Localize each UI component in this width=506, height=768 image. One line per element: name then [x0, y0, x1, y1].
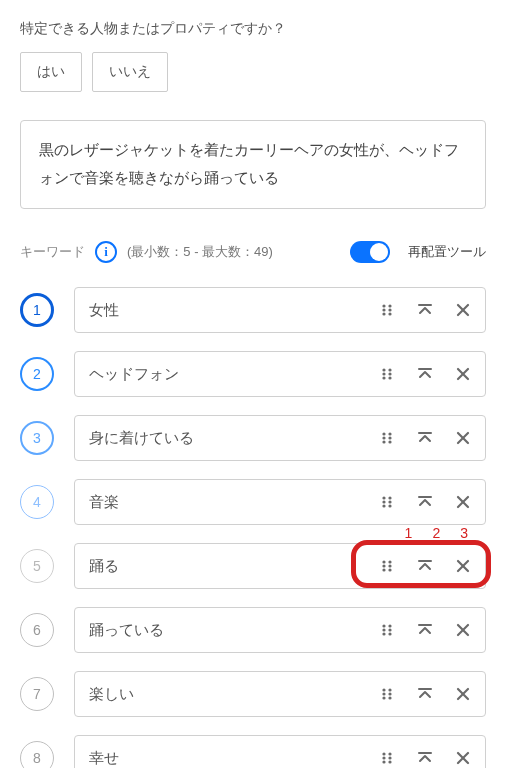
- keyword-input-wrap: [74, 287, 486, 333]
- svg-point-13: [382, 376, 385, 379]
- svg-point-41: [388, 568, 391, 571]
- svg-point-68: [388, 760, 391, 763]
- svg-point-4: [382, 312, 385, 315]
- drag-handle-icon[interactable]: [375, 426, 399, 450]
- drag-handle-icon[interactable]: [375, 618, 399, 642]
- keyword-row: 5 123: [20, 543, 486, 589]
- svg-point-45: [382, 624, 385, 627]
- keyword-row: 6: [20, 607, 486, 653]
- svg-point-5: [388, 312, 391, 315]
- svg-point-31: [382, 504, 385, 507]
- svg-point-27: [382, 496, 385, 499]
- keyword-row: 4: [20, 479, 486, 525]
- svg-point-39: [388, 564, 391, 567]
- svg-point-29: [382, 500, 385, 503]
- move-to-top-icon[interactable]: [413, 490, 437, 514]
- keyword-number-badge: 2: [20, 357, 54, 391]
- svg-point-50: [388, 632, 391, 635]
- keyword-row: 7: [20, 671, 486, 717]
- remove-icon[interactable]: [451, 362, 475, 386]
- svg-point-63: [382, 752, 385, 755]
- keyword-input-wrap: [74, 607, 486, 653]
- keyword-row-icons: [369, 682, 475, 706]
- remove-icon[interactable]: [451, 554, 475, 578]
- svg-point-46: [388, 624, 391, 627]
- svg-point-57: [388, 692, 391, 695]
- svg-point-49: [382, 632, 385, 635]
- reorder-toggle-label: 再配置ツール: [408, 243, 486, 261]
- svg-point-19: [388, 432, 391, 435]
- yes-button[interactable]: はい: [20, 52, 82, 92]
- move-to-top-icon[interactable]: [413, 362, 437, 386]
- remove-icon[interactable]: [451, 618, 475, 642]
- svg-point-47: [382, 628, 385, 631]
- drag-handle-icon[interactable]: [375, 298, 399, 322]
- move-to-top-icon[interactable]: [413, 746, 437, 768]
- drag-handle-icon[interactable]: [375, 362, 399, 386]
- svg-point-2: [382, 308, 385, 311]
- svg-point-18: [382, 432, 385, 435]
- svg-point-40: [382, 568, 385, 571]
- drag-handle-icon[interactable]: [375, 490, 399, 514]
- svg-point-9: [382, 368, 385, 371]
- svg-point-37: [388, 560, 391, 563]
- remove-icon[interactable]: [451, 682, 475, 706]
- no-button[interactable]: いいえ: [92, 52, 168, 92]
- move-to-top-icon[interactable]: [413, 618, 437, 642]
- keyword-input-wrap: [74, 415, 486, 461]
- svg-point-64: [388, 752, 391, 755]
- keyword-row-icons: [369, 746, 475, 768]
- remove-icon[interactable]: [451, 298, 475, 322]
- keyword-input[interactable]: [89, 750, 369, 767]
- annot-3: 3: [460, 525, 468, 541]
- svg-point-3: [388, 308, 391, 311]
- annot-1: 1: [405, 525, 413, 541]
- annot-2: 2: [432, 525, 440, 541]
- keyword-number-badge: 4: [20, 485, 54, 519]
- svg-point-56: [382, 692, 385, 695]
- keyword-input[interactable]: [89, 430, 369, 447]
- move-to-top-icon[interactable]: [413, 298, 437, 322]
- remove-icon[interactable]: [451, 746, 475, 768]
- move-to-top-icon[interactable]: [413, 554, 437, 578]
- keyword-row: 8: [20, 735, 486, 768]
- keyword-row: 1: [20, 287, 486, 333]
- keyword-row: 2: [20, 351, 486, 397]
- keywords-header: キーワード i (最小数：5 - 最大数：49) 再配置ツール: [20, 241, 486, 263]
- keyword-input-wrap: [74, 735, 486, 768]
- drag-handle-icon[interactable]: [375, 554, 399, 578]
- remove-icon[interactable]: [451, 426, 475, 450]
- keyword-input[interactable]: [89, 686, 369, 703]
- keyword-row-icons: [369, 362, 475, 386]
- move-to-top-icon[interactable]: [413, 426, 437, 450]
- svg-point-36: [382, 560, 385, 563]
- reorder-toggle[interactable]: [350, 241, 390, 263]
- remove-icon[interactable]: [451, 490, 475, 514]
- svg-point-58: [382, 696, 385, 699]
- svg-point-55: [388, 688, 391, 691]
- identifiable-question: 特定できる人物またはプロパティですか？: [20, 20, 486, 38]
- keyword-row-icons: [369, 490, 475, 514]
- svg-point-28: [388, 496, 391, 499]
- svg-point-10: [388, 368, 391, 371]
- keyword-row-icons: [369, 298, 475, 322]
- keyword-input[interactable]: [89, 622, 369, 639]
- info-icon[interactable]: i: [95, 241, 117, 263]
- keyword-input[interactable]: [89, 302, 369, 319]
- svg-point-12: [388, 372, 391, 375]
- keyword-input[interactable]: [89, 366, 369, 383]
- svg-point-48: [388, 628, 391, 631]
- keyword-input[interactable]: [89, 494, 369, 511]
- keyword-input[interactable]: [89, 558, 369, 575]
- move-to-top-icon[interactable]: [413, 682, 437, 706]
- keyword-row-icons: [369, 554, 475, 578]
- keyword-row: 3: [20, 415, 486, 461]
- keyword-input-wrap: [74, 671, 486, 717]
- svg-point-14: [388, 376, 391, 379]
- drag-handle-icon[interactable]: [375, 682, 399, 706]
- svg-point-1: [388, 304, 391, 307]
- drag-handle-icon[interactable]: [375, 746, 399, 768]
- svg-point-21: [388, 436, 391, 439]
- keyword-input-wrap: [74, 543, 486, 589]
- svg-point-0: [382, 304, 385, 307]
